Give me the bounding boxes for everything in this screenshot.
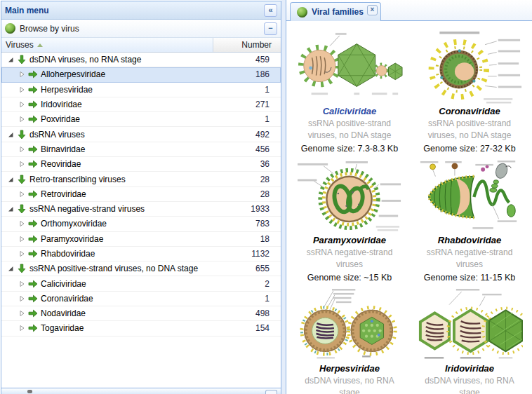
expander[interactable] (16, 310, 27, 317)
accordion-header-bottom-cutoff[interactable] (1, 388, 281, 394)
collapsed-triangle-icon (18, 101, 25, 108)
expander[interactable] (5, 265, 15, 272)
expander[interactable] (16, 101, 27, 108)
virus-family-name[interactable]: Rhabdoviridae (410, 234, 529, 247)
virus-family-name[interactable]: Caliciviridae (290, 105, 409, 118)
tree-row[interactable]: Alloherpesviridae 186 (1, 67, 281, 82)
column-header-viruses[interactable]: Viruses (1, 38, 213, 52)
green-down-arrow-icon (18, 175, 26, 184)
tree-row[interactable]: dsRNA viruses 492 (1, 127, 281, 142)
row-type-icon-wrap (27, 86, 39, 94)
accordion-bottom-button[interactable] (265, 390, 277, 394)
virus-illustration (410, 288, 529, 361)
tree-row-label: Reoviridae (39, 159, 220, 169)
collapse-panel-button[interactable]: « (264, 4, 277, 17)
tree-row-label: Togaviridae (39, 323, 220, 333)
virus-family-name[interactable]: Coronaviridae (410, 105, 529, 118)
tree-row-number: 459 (220, 55, 281, 64)
expander[interactable] (16, 280, 27, 287)
expander[interactable] (5, 205, 15, 212)
expander[interactable] (5, 176, 15, 183)
tree-row[interactable]: Retro-transcribing viruses 28 (1, 172, 281, 186)
accordion-bottom-icon (27, 390, 32, 393)
expander[interactable] (5, 131, 15, 138)
tree-row[interactable]: Rhabdoviridae 1132 (1, 247, 281, 261)
row-type-icon-wrap (27, 219, 39, 228)
tree-row-label: Coronaviridae (39, 294, 220, 304)
virus-illustration (290, 31, 409, 104)
virus-family-name[interactable]: Iridoviridae (410, 362, 529, 375)
accordion-header-browse-by-virus[interactable]: Browse by virus − (1, 20, 281, 38)
virus-illustration (290, 160, 409, 233)
tree-row[interactable]: Paramyxoviridae 18 (1, 232, 281, 247)
collapsed-triangle-icon (18, 191, 25, 198)
expander[interactable] (16, 250, 27, 257)
expander[interactable] (16, 236, 27, 243)
row-type-icon-wrap (27, 70, 39, 79)
expander[interactable] (16, 220, 27, 227)
expander[interactable] (16, 116, 27, 123)
tree-row[interactable]: Togaviridae 154 (1, 321, 281, 336)
tree-row[interactable]: ssRNA negative-strand viruses 1933 (1, 202, 281, 217)
virus-classification-label: ssRNA negative-strand viruses (290, 247, 409, 271)
tab-label: Viral families (312, 7, 364, 17)
expander[interactable] (16, 295, 27, 302)
expanded-triangle-icon (7, 56, 14, 63)
tree-row-label: ssRNA positive-strand viruses, no DNA st… (28, 264, 220, 273)
row-type-icon-wrap (15, 175, 28, 184)
tree-row[interactable]: Birnaviridae 456 (1, 142, 281, 157)
tree-grid-header: Viruses Number (1, 38, 281, 53)
tree-row-number: 498 (220, 308, 281, 318)
row-type-icon-wrap (27, 280, 39, 288)
green-right-arrow-icon (28, 294, 38, 303)
tree-row-label: Retroviridae (39, 189, 220, 199)
tree-row[interactable]: Caliciviridae 2 (1, 276, 281, 291)
column-viruses-label: Viruses (6, 40, 34, 50)
column-header-number[interactable]: Number (213, 38, 281, 52)
tree-row-number: 783 (220, 219, 281, 229)
main-menu-header: Main menu « (1, 1, 281, 20)
tree-row-number: 655 (220, 264, 281, 273)
virus-family-name[interactable]: Paramyxoviridae (290, 234, 409, 247)
tree-row[interactable]: Orthomyxoviridae 783 (1, 217, 281, 231)
expander[interactable] (16, 86, 27, 93)
row-type-icon-wrap (27, 309, 39, 318)
green-right-arrow-icon (28, 324, 38, 332)
virus-family-name[interactable]: Herpesviridae (290, 362, 409, 375)
expander[interactable] (16, 161, 27, 168)
tree-row[interactable]: Retroviridae 28 (1, 187, 281, 202)
expander[interactable] (16, 71, 27, 78)
expander[interactable] (16, 146, 27, 153)
expander[interactable] (16, 191, 27, 198)
collapsed-triangle-icon (18, 310, 25, 317)
collapse-section-button[interactable]: − (264, 22, 277, 35)
expander[interactable] (16, 325, 27, 332)
tree-row-label: Herpesviridae (39, 85, 220, 95)
panel-title: Main menu (5, 6, 264, 15)
tree-rows: dsDNA viruses, no RNA stage 459 Alloherp… (1, 53, 281, 388)
virus-classification-label: dsDNA viruses, no RNA stage (290, 375, 409, 394)
tree-row[interactable]: Coronaviridae 1 (1, 292, 281, 306)
virus-sphere-icon (5, 23, 15, 34)
tree-row-label: Retro-transcribing viruses (28, 175, 220, 184)
tree-row[interactable]: Herpesviridae 1 (1, 83, 281, 97)
tree-row[interactable]: ssRNA positive-strand viruses, no DNA st… (1, 261, 281, 276)
row-type-icon-wrap (27, 250, 39, 258)
tab-viral-families[interactable]: Viral families × (290, 2, 381, 21)
close-tab-icon[interactable]: × (367, 5, 378, 15)
paramyxoviridae-illustration (296, 160, 403, 234)
coronaviridae-illustration (416, 31, 523, 105)
row-type-icon-wrap (15, 264, 28, 273)
tree-row[interactable]: Reoviridae 36 (1, 157, 281, 172)
virus-genome-size: Genome size: 11-15 Kb (410, 271, 529, 284)
tree-row[interactable]: Iridoviridae 271 (1, 97, 281, 112)
tree-row[interactable]: Nodaviridae 498 (1, 306, 281, 321)
expander[interactable] (5, 56, 15, 63)
green-down-arrow-icon (18, 130, 26, 140)
tree-row[interactable]: dsDNA viruses, no RNA stage 459 (1, 53, 281, 67)
collapsed-triangle-icon (18, 161, 25, 168)
collapsed-triangle-icon (18, 220, 25, 227)
tree-row[interactable]: Poxviridae 1 (1, 112, 281, 127)
green-down-arrow-icon (18, 264, 26, 273)
row-type-icon-wrap (15, 55, 28, 64)
